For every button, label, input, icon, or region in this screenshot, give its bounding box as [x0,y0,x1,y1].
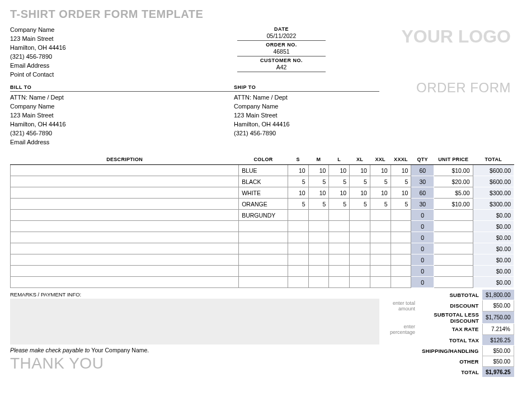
cell-xxxl[interactable] [391,221,411,232]
cell-m[interactable] [308,254,329,266]
date-value[interactable]: 05/11/2022 [237,32,326,41]
cell-color[interactable]: BURGUNDY [239,210,288,221]
cell-m[interactable] [308,232,329,243]
cell-s[interactable] [288,232,308,243]
cell-l[interactable] [329,221,350,232]
cell-l[interactable]: 10 [329,165,350,176]
cell-s[interactable]: 5 [288,176,308,187]
other-value[interactable]: $50.00 [482,356,514,367]
cell-xxl[interactable] [370,254,391,266]
cell-m[interactable] [308,210,329,221]
cell-l[interactable]: 5 [329,199,350,210]
cell-xxl[interactable]: 10 [370,165,391,176]
cell-description[interactable] [11,199,239,210]
cell-l[interactable] [329,266,350,277]
cell-price[interactable]: $10.00 [434,165,473,176]
cell-xxxl[interactable] [391,254,411,266]
cell-price[interactable] [434,210,473,221]
cell-xxxl[interactable] [391,266,411,277]
cell-xxl[interactable]: 10 [370,187,391,199]
cell-m[interactable]: 5 [308,199,329,210]
cell-description[interactable] [11,232,239,243]
cell-l[interactable]: 5 [329,176,350,187]
cell-s[interactable] [288,210,308,221]
customer-no-value[interactable]: A42 [237,63,326,72]
cell-xl[interactable]: 10 [350,187,370,199]
cell-description[interactable] [11,277,239,288]
shipping-value[interactable]: $50.00 [482,346,514,356]
cell-m[interactable] [308,277,329,288]
cell-xl[interactable] [350,254,370,266]
cell-description[interactable] [11,165,239,176]
remarks-input[interactable] [10,299,379,345]
cell-xxxl[interactable] [391,243,411,254]
cell-m[interactable] [308,221,329,232]
cell-color[interactable] [239,254,288,266]
cell-description[interactable] [11,221,239,232]
cell-price[interactable] [434,254,473,266]
cell-l[interactable] [329,210,350,221]
cell-xxxl[interactable] [391,210,411,221]
cell-xl[interactable] [350,243,370,254]
cell-m[interactable] [308,266,329,277]
cell-m[interactable]: 10 [308,165,329,176]
cell-xxl[interactable]: 5 [370,176,391,187]
cell-color[interactable] [239,243,288,254]
cell-xl[interactable]: 5 [350,176,370,187]
cell-color[interactable]: BLUE [239,165,288,176]
cell-xxxl[interactable] [391,277,411,288]
cell-xl[interactable]: 10 [350,165,370,176]
cell-description[interactable] [11,243,239,254]
discount-value[interactable]: $50.00 [482,300,514,312]
cell-color[interactable] [239,266,288,277]
cell-price[interactable] [434,266,473,277]
cell-m[interactable]: 10 [308,187,329,199]
cell-color[interactable] [239,277,288,288]
cell-xl[interactable] [350,232,370,243]
cell-xxl[interactable]: 5 [370,199,391,210]
cell-xxl[interactable] [370,243,391,254]
cell-xl[interactable] [350,221,370,232]
cell-s[interactable]: 10 [288,187,308,199]
cell-description[interactable] [11,176,239,187]
cell-description[interactable] [11,266,239,277]
cell-xxl[interactable] [370,221,391,232]
cell-xxl[interactable] [370,266,391,277]
cell-l[interactable] [329,277,350,288]
cell-xxl[interactable] [370,232,391,243]
cell-color[interactable] [239,232,288,243]
cell-description[interactable] [11,254,239,266]
cell-l[interactable]: 10 [329,187,350,199]
cell-price[interactable]: $5.00 [434,187,473,199]
cell-xl[interactable] [350,210,370,221]
tax-rate-value[interactable]: 7.214% [482,324,514,335]
cell-color[interactable]: BLACK [239,176,288,187]
cell-xl[interactable] [350,277,370,288]
order-no-value[interactable]: 46851 [237,48,326,56]
cell-s[interactable] [288,221,308,232]
cell-l[interactable] [329,254,350,266]
cell-xxxl[interactable]: 5 [391,176,411,187]
cell-m[interactable]: 5 [308,176,329,187]
cell-xxxl[interactable]: 10 [391,165,411,176]
cell-s[interactable] [288,277,308,288]
cell-price[interactable] [434,277,473,288]
cell-color[interactable] [239,221,288,232]
cell-price[interactable] [434,243,473,254]
cell-color[interactable]: WHITE [239,187,288,199]
cell-l[interactable] [329,232,350,243]
cell-xxxl[interactable]: 10 [391,187,411,199]
cell-price[interactable] [434,221,473,232]
cell-price[interactable]: $20.00 [434,176,473,187]
cell-s[interactable]: 5 [288,199,308,210]
cell-price[interactable]: $10.00 [434,199,473,210]
cell-xxxl[interactable] [391,232,411,243]
cell-l[interactable] [329,243,350,254]
cell-s[interactable] [288,243,308,254]
cell-xl[interactable] [350,266,370,277]
cell-description[interactable] [11,187,239,199]
cell-price[interactable] [434,232,473,243]
cell-s[interactable] [288,266,308,277]
cell-s[interactable]: 10 [288,165,308,176]
cell-description[interactable] [11,210,239,221]
